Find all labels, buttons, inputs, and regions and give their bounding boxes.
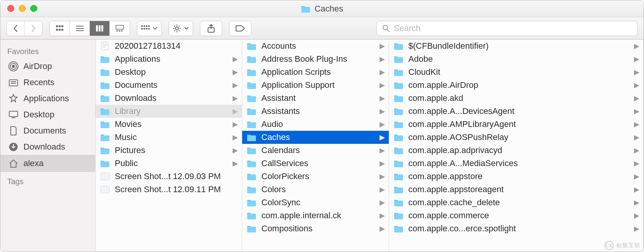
close-button[interactable] <box>7 5 14 12</box>
view-switcher <box>50 21 130 36</box>
maximize-button[interactable] <box>30 5 37 12</box>
sidebar-item-recents[interactable]: Recents <box>0 74 95 91</box>
list-item[interactable]: Compositions▶ <box>242 222 389 235</box>
list-item[interactable]: Audio▶ <box>242 118 389 131</box>
list-item[interactable]: Desktop▶ <box>96 66 242 79</box>
column-1[interactable]: Accounts▶Address Book Plug-Ins▶Applicati… <box>242 40 389 252</box>
list-item[interactable]: 20200127181314 <box>96 40 242 53</box>
list-item[interactable]: Adobe▶ <box>389 53 643 66</box>
list-item[interactable]: Pictures▶ <box>96 144 242 157</box>
svg-rect-16 <box>96 25 98 31</box>
list-item[interactable]: Application Support▶ <box>242 79 389 92</box>
view-icons-button[interactable] <box>50 21 70 36</box>
list-item[interactable]: com.apple.akd▶ <box>389 92 643 105</box>
list-item[interactable]: Downloads▶ <box>96 92 242 105</box>
view-gallery-button[interactable] <box>110 21 130 36</box>
search-field[interactable] <box>376 21 637 36</box>
sidebar-item-airdrop[interactable]: AirDrop <box>0 58 95 74</box>
minimize-button[interactable] <box>19 5 26 12</box>
window-title-text: Caches <box>315 4 343 14</box>
columns-icon <box>96 25 104 32</box>
svg-rect-14 <box>76 28 84 29</box>
forward-button[interactable] <box>25 21 42 36</box>
list-item[interactable]: Colors▶ <box>242 183 389 196</box>
item-name: Documents <box>115 80 228 90</box>
item-name: CloudKit <box>408 67 629 77</box>
chevron-right-icon: ▶ <box>634 120 639 128</box>
folder-icon <box>100 133 110 142</box>
folder-icon <box>394 224 404 233</box>
list-item[interactable]: Assistants▶ <box>242 105 389 118</box>
column-0[interactable]: 20200127181314Applications▶Desktop▶Docum… <box>96 40 242 252</box>
chevron-right-icon: ▶ <box>634 185 639 194</box>
item-name: com.apple.appstore <box>408 171 629 181</box>
sidebar-item-applications[interactable]: Applications <box>0 91 95 107</box>
list-item[interactable]: com.apple.appstoreagent▶ <box>389 183 643 196</box>
list-item[interactable]: com.apple.internal.ck▶ <box>242 209 389 222</box>
chevron-right-icon: ▶ <box>380 133 385 142</box>
list-item[interactable]: Applications▶ <box>96 53 242 66</box>
folder-icon <box>394 68 404 76</box>
list-item[interactable]: com.apple.A...DevicesAgent▶ <box>389 105 643 118</box>
list-item[interactable]: com.apple.appstore▶ <box>389 170 643 183</box>
list-item[interactable]: com.apple.A...MediaServices▶ <box>389 157 643 170</box>
group-menu[interactable] <box>137 21 162 36</box>
group-button[interactable] <box>137 21 161 36</box>
svg-rect-21 <box>119 30 120 31</box>
chevron-right-icon: ▶ <box>233 94 238 102</box>
list-item[interactable]: Address Book Plug-Ins▶ <box>242 53 389 66</box>
list-item[interactable]: Application Scripts▶ <box>242 66 389 79</box>
sidebar-item-downloads[interactable]: Downloads <box>0 139 95 155</box>
document-file-icon <box>100 42 110 50</box>
list-item[interactable]: Assistant▶ <box>242 92 389 105</box>
action-button[interactable] <box>169 21 193 36</box>
column-2[interactable]: $(CFBundleIdentifier)▶Adobe▶CloudKit▶com… <box>389 40 644 252</box>
list-item[interactable]: Screen Shot...t 12.09.03 PM <box>96 170 242 183</box>
list-item[interactable]: Movies▶ <box>96 118 242 131</box>
svg-rect-25 <box>146 25 147 27</box>
sidebar-item-documents[interactable]: Documents <box>0 123 95 139</box>
apps-icon <box>8 93 19 104</box>
svg-rect-23 <box>141 25 143 27</box>
svg-line-38 <box>179 26 180 26</box>
window-controls <box>7 5 37 12</box>
item-name: Assistants <box>261 106 375 116</box>
list-item[interactable]: Accounts▶ <box>242 40 389 53</box>
tags-button[interactable] <box>229 21 251 36</box>
svg-line-39 <box>174 30 175 31</box>
view-list-button[interactable] <box>70 21 90 36</box>
list-item[interactable]: ColorSync▶ <box>242 196 389 209</box>
sidebar-item-desktop[interactable]: Desktop <box>0 107 95 123</box>
list-item[interactable]: CallServices▶ <box>242 157 389 170</box>
list-item[interactable]: com.apple.commerce▶ <box>389 209 643 222</box>
list-item[interactable]: Public▶ <box>96 157 242 170</box>
list-item[interactable]: Music▶ <box>96 131 242 144</box>
list-item[interactable]: com.apple.AMPLibraryAgent▶ <box>389 118 643 131</box>
sidebar-item-label: Desktop <box>23 110 54 120</box>
airdrop-icon <box>8 61 19 72</box>
list-item[interactable]: Library▶ <box>96 105 242 118</box>
list-item[interactable]: com.apple.AOSPushRelay▶ <box>389 131 643 144</box>
list-item[interactable]: com.apple.co...erce.spotlight▶ <box>389 222 643 235</box>
share-icon <box>207 24 215 33</box>
list-item[interactable]: Calendars▶ <box>242 144 389 157</box>
list-item[interactable]: com.apple.ap.adprivacyd▶ <box>389 144 643 157</box>
chevron-right-icon: ▶ <box>380 55 385 63</box>
sidebar-item-label: Documents <box>23 126 66 136</box>
action-menu[interactable] <box>168 21 193 36</box>
share-button[interactable] <box>200 21 222 36</box>
list-item[interactable]: Documents▶ <box>96 79 242 92</box>
list-item[interactable]: Caches▶ <box>242 131 389 144</box>
list-item[interactable]: $(CFBundleIdentifier)▶ <box>389 40 643 53</box>
list-item[interactable]: com.apple.cache_delete▶ <box>389 196 643 209</box>
sidebar-item-alexa[interactable]: alexa <box>0 155 95 172</box>
list-item[interactable]: CloudKit▶ <box>389 66 643 79</box>
list-item[interactable]: ColorPickers▶ <box>242 170 389 183</box>
svg-rect-22 <box>121 30 122 31</box>
folder-icon <box>394 172 404 181</box>
list-item[interactable]: Screen Shot...t 12.09.11 PM <box>96 183 242 196</box>
search-input[interactable] <box>394 23 632 33</box>
list-item[interactable]: com.apple.AirDrop▶ <box>389 79 643 92</box>
back-button[interactable] <box>7 21 25 36</box>
view-columns-button[interactable] <box>90 21 110 36</box>
